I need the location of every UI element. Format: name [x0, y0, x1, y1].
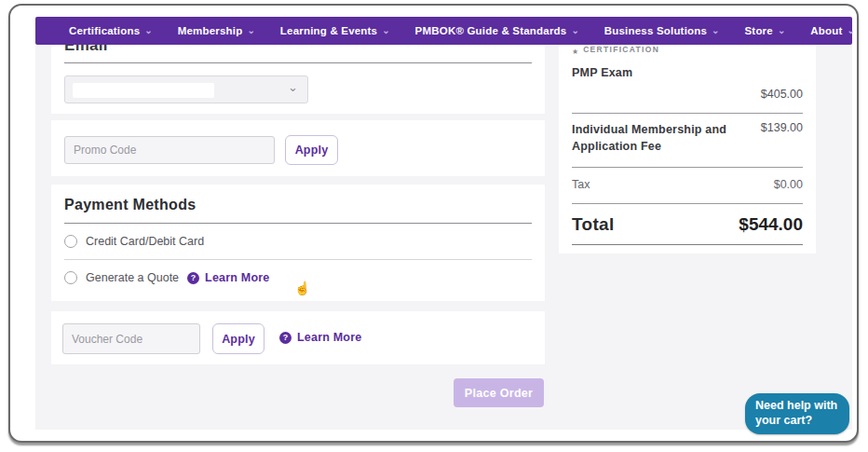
summary-item-name: Individual Membership and Application Fe… [572, 121, 735, 155]
voucher-learn-more[interactable]: Learn More [279, 331, 361, 344]
divider [64, 223, 532, 224]
radio-credit-card[interactable] [64, 235, 77, 248]
nav-pmbok-guide-label: PMBOK® Guide & Standards [415, 25, 567, 36]
summary-item-price: $405.00 [572, 88, 803, 101]
summary-item-row: Individual Membership and Application Fe… [572, 121, 803, 155]
question-icon [187, 272, 199, 284]
total-value: $544.00 [739, 214, 803, 235]
payment-option-credit-card[interactable]: Credit Card/Debit Card [64, 235, 532, 248]
tax-value: $0.00 [774, 178, 803, 191]
summary-item-price: $139.00 [761, 121, 803, 155]
divider [572, 244, 803, 245]
email-select[interactable]: ⌄ [64, 75, 308, 103]
divider [572, 113, 803, 114]
star-icon [572, 45, 578, 58]
quote-learn-more-link[interactable]: Learn More [205, 271, 269, 284]
nav-business-solutions[interactable]: Business Solutions ⌄ [604, 25, 720, 36]
nav-business-solutions-label: Business Solutions [604, 25, 707, 36]
credit-card-label: Credit Card/Debit Card [86, 235, 204, 248]
top-nav: Certifications ⌄ Membership ⌄ Learning &… [35, 17, 852, 45]
chevron-down-icon: ⌄ [712, 25, 719, 35]
email-section: Email ⌄ [51, 45, 545, 114]
total-label: Total [572, 214, 614, 235]
checkout-page: Email ⌄ Apply Payment Methods Credit Car… [35, 45, 852, 430]
nav-certifications-label: Certifications [69, 25, 140, 36]
promo-code-input[interactable] [64, 136, 275, 164]
nav-membership[interactable]: Membership ⌄ [178, 25, 255, 36]
chevron-down-icon: ⌄ [778, 25, 785, 35]
divider [572, 167, 803, 168]
nav-learning-events[interactable]: Learning & Events ⌄ [280, 25, 390, 36]
voucher-apply-button[interactable]: Apply [212, 323, 264, 354]
category-row: CERTIFICATION [572, 45, 803, 58]
email-value-redacted [73, 83, 214, 98]
nav-membership-label: Membership [178, 25, 243, 36]
category-label: CERTIFICATION [583, 45, 659, 54]
chevron-down-icon: ⌄ [848, 25, 855, 35]
nav-certifications[interactable]: Certifications ⌄ [69, 25, 153, 36]
mouse-cursor-icon: ☝ [294, 281, 310, 295]
generate-quote-label: Generate a Quote [86, 271, 179, 284]
nav-pmbok-guide[interactable]: PMBOK® Guide & Standards ⌄ [415, 25, 579, 36]
chevron-down-icon: ⌄ [571, 25, 578, 35]
payment-methods-heading: Payment Methods [64, 197, 532, 213]
chevron-down-icon: ⌄ [382, 25, 389, 35]
cart-help-label: Need help with your cart? [755, 399, 839, 428]
cart-help-chat-button[interactable]: Need help with your cart? [745, 393, 849, 434]
chevron-down-icon: ⌄ [144, 25, 152, 35]
question-icon [279, 332, 292, 344]
voucher-code-input[interactable] [62, 323, 200, 354]
promo-apply-button[interactable]: Apply [285, 135, 338, 165]
tax-label: Tax [572, 178, 590, 191]
tax-row: Tax $0.00 [572, 178, 803, 191]
chevron-down-icon: ⌄ [288, 80, 298, 94]
browser-screenshot-frame: Certifications ⌄ Membership ⌄ Learning &… [8, 4, 859, 443]
nav-about-label: About [810, 25, 842, 36]
place-order-button[interactable]: Place Order [454, 378, 544, 407]
order-summary: CERTIFICATION PMP Exam $405.00 Individua… [559, 45, 816, 253]
nav-store[interactable]: Store ⌄ [744, 25, 785, 36]
voucher-section: Apply Learn More [51, 311, 545, 364]
total-row: Total $544.00 [572, 214, 803, 235]
nav-learning-events-label: Learning & Events [280, 25, 377, 36]
divider [64, 62, 532, 63]
nav-about[interactable]: About ⌄ [810, 25, 855, 36]
voucher-learn-more-link[interactable]: Learn More [297, 331, 361, 344]
summary-item-name: PMP Exam [572, 66, 803, 79]
terms-prefix: By clicking "Place Order" or "Generate Q… [572, 253, 792, 253]
terms-text: By clicking "Place Order" or "Generate Q… [572, 251, 803, 253]
promo-section: Apply [51, 120, 545, 176]
quote-learn-more[interactable]: Learn More [187, 271, 269, 284]
radio-generate-quote[interactable] [64, 271, 77, 284]
email-heading: Email [64, 45, 532, 55]
chevron-down-icon: ⌄ [247, 25, 254, 35]
divider [572, 203, 803, 204]
divider [64, 259, 532, 260]
nav-store-label: Store [744, 25, 772, 36]
